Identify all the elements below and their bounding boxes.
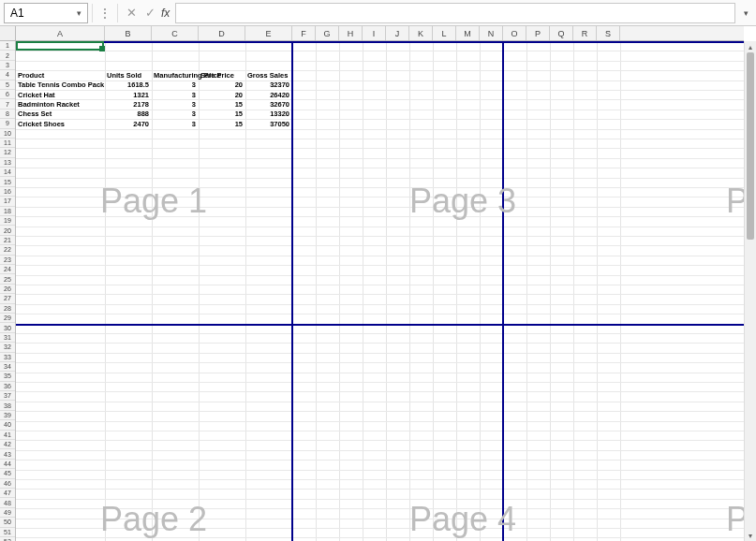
cell[interactable]: 888 xyxy=(105,110,152,119)
column-header[interactable]: N xyxy=(480,26,503,40)
column-header[interactable]: K xyxy=(409,26,433,40)
row-header[interactable]: 12 xyxy=(0,148,15,157)
row-header[interactable]: 26 xyxy=(0,285,15,294)
row-header[interactable]: 32 xyxy=(0,343,15,352)
row-header[interactable]: 37 xyxy=(0,391,15,401)
row-header[interactable]: 19 xyxy=(0,216,15,226)
row-header[interactable]: 34 xyxy=(0,362,15,372)
cancel-icon[interactable]: ✕ xyxy=(123,5,140,22)
cell[interactable]: 3 xyxy=(152,119,199,128)
column-header[interactable]: H xyxy=(339,26,363,40)
column-header[interactable]: L xyxy=(433,26,456,40)
row-header[interactable]: 48 xyxy=(0,498,15,507)
cell[interactable]: 13320 xyxy=(245,110,292,119)
fill-handle[interactable] xyxy=(99,46,105,51)
cell[interactable]: 3 xyxy=(152,110,199,119)
row-header[interactable]: 47 xyxy=(0,489,15,498)
row-header[interactable]: 29 xyxy=(0,314,15,323)
grid[interactable]: Page 1Page 3Page 2Page 4PPProductUnits S… xyxy=(16,41,744,541)
fx-label[interactable]: fx xyxy=(161,7,170,20)
cell[interactable]: 2178 xyxy=(105,99,152,109)
row-header[interactable]: 2 xyxy=(0,51,15,60)
page-break-horizontal[interactable] xyxy=(16,324,744,326)
row-header[interactable]: 7 xyxy=(0,99,15,109)
row-header[interactable]: 10 xyxy=(0,129,15,139)
row-header[interactable]: 33 xyxy=(0,353,15,362)
row-header[interactable]: 24 xyxy=(0,265,15,274)
select-all-corner[interactable] xyxy=(0,26,16,41)
row-header[interactable]: 22 xyxy=(0,245,15,255)
cell[interactable]: 20 xyxy=(199,90,245,99)
cell[interactable]: Sale Price xyxy=(199,70,245,80)
row-header[interactable]: 44 xyxy=(0,460,15,469)
row-header[interactable]: 20 xyxy=(0,226,15,235)
cell[interactable]: 1321 xyxy=(105,90,152,99)
row-header[interactable]: 13 xyxy=(0,158,15,168)
cell[interactable]: Product xyxy=(16,70,105,80)
row-header[interactable]: 6 xyxy=(0,90,15,99)
cell[interactable]: 32670 xyxy=(245,99,292,109)
cell[interactable]: 32370 xyxy=(245,80,292,90)
cell[interactable]: 15 xyxy=(199,110,245,119)
vertical-scrollbar[interactable]: ▴ ▾ xyxy=(744,41,756,541)
row-header[interactable]: 4 xyxy=(0,70,15,80)
column-header[interactable]: A xyxy=(16,26,105,40)
row-header[interactable]: 46 xyxy=(0,479,15,489)
column-header[interactable]: M xyxy=(456,26,480,40)
row-header[interactable]: 41 xyxy=(0,431,15,440)
row-header[interactable]: 35 xyxy=(0,372,15,381)
cell[interactable]: Chess Set xyxy=(16,110,105,119)
column-header[interactable]: B xyxy=(105,26,152,40)
row-header[interactable]: 14 xyxy=(0,168,15,177)
row-header[interactable]: 42 xyxy=(0,440,15,449)
column-header[interactable]: Q xyxy=(550,26,573,40)
row-header[interactable]: 16 xyxy=(0,187,15,197)
row-header[interactable]: 36 xyxy=(0,382,15,391)
column-header[interactable]: E xyxy=(245,26,292,40)
chevron-down-icon[interactable]: ▾ xyxy=(739,8,752,18)
cell[interactable]: 37050 xyxy=(245,119,292,128)
row-header[interactable]: 30 xyxy=(0,323,15,332)
name-box[interactable]: A1 ▾ xyxy=(4,3,88,23)
row-header[interactable]: 28 xyxy=(0,304,15,314)
row-header[interactable]: 45 xyxy=(0,469,15,478)
column-header[interactable]: G xyxy=(316,26,339,40)
cell[interactable]: 15 xyxy=(199,119,245,128)
cell[interactable]: Gross Sales xyxy=(245,70,292,80)
row-header[interactable]: 25 xyxy=(0,274,15,284)
cell[interactable]: 3 xyxy=(152,80,199,90)
row-header[interactable]: 21 xyxy=(0,236,15,245)
cell[interactable]: 3 xyxy=(152,90,199,99)
row-header[interactable]: 17 xyxy=(0,197,15,206)
column-header[interactable]: D xyxy=(199,26,245,40)
row-header[interactable]: 27 xyxy=(0,294,15,303)
chevron-down-icon[interactable]: ▾ xyxy=(77,8,82,18)
column-header[interactable]: F xyxy=(292,26,316,40)
column-header[interactable]: S xyxy=(597,26,620,40)
cell-selection[interactable] xyxy=(16,41,104,51)
formula-input[interactable] xyxy=(175,3,735,23)
column-header[interactable]: O xyxy=(503,26,526,40)
row-header[interactable]: 18 xyxy=(0,207,15,216)
row-header[interactable]: 51 xyxy=(0,528,15,537)
scroll-up-arrow-icon[interactable]: ▴ xyxy=(745,41,756,52)
page-break-vertical[interactable] xyxy=(502,41,504,541)
cell[interactable]: 2470 xyxy=(105,119,152,128)
row-header[interactable]: 43 xyxy=(0,449,15,459)
accept-icon[interactable]: ✓ xyxy=(141,5,158,22)
row-header[interactable]: 52 xyxy=(0,537,15,541)
scroll-down-arrow-icon[interactable]: ▾ xyxy=(745,530,756,541)
cell[interactable]: 20 xyxy=(199,80,245,90)
row-header[interactable]: 23 xyxy=(0,256,15,265)
row-header[interactable]: 31 xyxy=(0,333,15,343)
row-header[interactable]: 39 xyxy=(0,411,15,420)
column-header[interactable]: R xyxy=(573,26,597,40)
cell[interactable]: 1618.5 xyxy=(105,80,152,90)
row-header[interactable]: 38 xyxy=(0,401,15,410)
cell[interactable]: Units Sold xyxy=(105,70,152,80)
more-icon[interactable]: ⋮ xyxy=(96,6,113,21)
row-header[interactable]: 11 xyxy=(0,139,15,148)
cell[interactable]: Cricket Hat xyxy=(16,90,105,99)
row-header[interactable]: 3 xyxy=(0,61,15,70)
row-header[interactable]: 1 xyxy=(0,41,15,51)
